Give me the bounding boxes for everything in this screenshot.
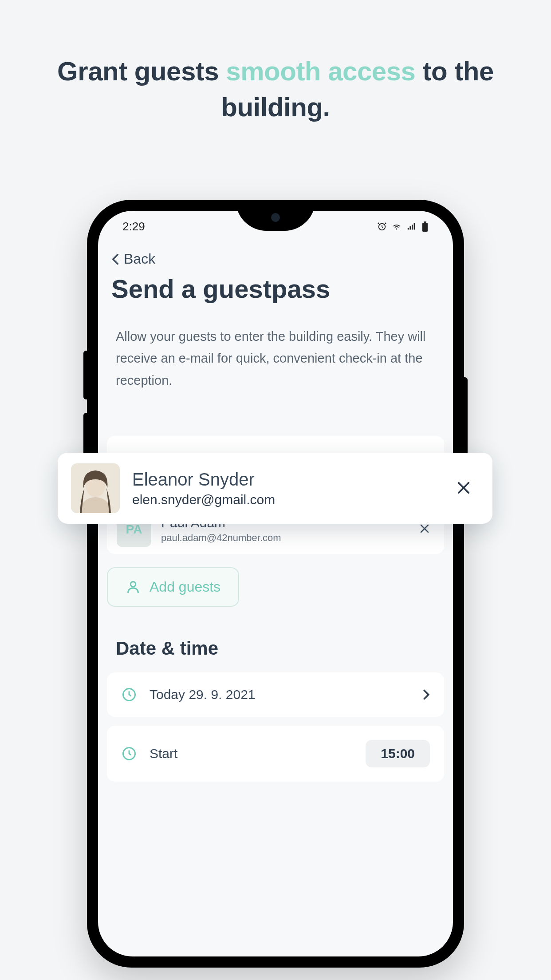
wifi-icon [391,221,402,231]
close-icon [419,523,430,534]
date-row[interactable]: Today 29. 9. 2021 [107,672,444,717]
guest-email: paul.adam@42number.com [161,532,405,544]
chevron-right-icon [423,689,430,700]
svg-rect-1 [408,228,409,230]
signal-icon [406,221,417,231]
chevron-left-icon [111,253,119,265]
headline-accent: smooth access [226,56,415,86]
phone-side-button [83,351,87,399]
svg-rect-3 [412,225,413,229]
svg-rect-4 [414,223,415,230]
add-guests-label: Add guests [150,579,220,595]
person-icon [126,579,141,594]
start-label: Start [150,746,353,761]
clock-icon [121,687,137,703]
avatar [71,463,120,513]
screen: 2:29 Back Send a guestpass Allow your gu… [98,211,453,956]
marketing-headline: Grant guests smooth access to the buildi… [0,0,551,125]
guest-name: Eleanor Snyder [132,470,436,490]
datetime-section-title: Date & time [98,607,453,672]
status-icons [377,221,429,232]
guest-info: Eleanor Snyder elen.snyder@gmail.com [132,470,436,507]
date-value: Today 29. 9. 2021 [150,687,410,702]
status-time: 2:29 [122,220,145,233]
back-button[interactable]: Back [98,242,453,267]
start-time-row[interactable]: Start 15:00 [107,726,444,782]
alarm-icon [377,221,387,231]
start-time-value[interactable]: 15:00 [366,740,430,767]
phone-frame: 2:29 Back Send a guestpass Allow your gu… [87,200,464,968]
close-icon [456,480,471,495]
battery-icon [421,221,429,232]
svg-rect-5 [422,223,428,232]
guest-email: elen.snyder@gmail.com [132,492,436,507]
svg-rect-6 [424,221,426,223]
add-guests-button[interactable]: Add guests [107,567,239,607]
svg-rect-2 [409,226,411,229]
back-label: Back [124,251,155,267]
clock-icon [121,746,137,762]
headline-part1: Grant guests [57,56,226,86]
page-description: Allow your guests to enter the building … [98,304,453,391]
page-title: Send a guestpass [98,267,453,304]
dismiss-suggestion-button[interactable] [448,472,479,505]
guest-suggestion-card[interactable]: Eleanor Snyder elen.snyder@gmail.com [58,453,492,524]
svg-point-9 [130,582,135,587]
